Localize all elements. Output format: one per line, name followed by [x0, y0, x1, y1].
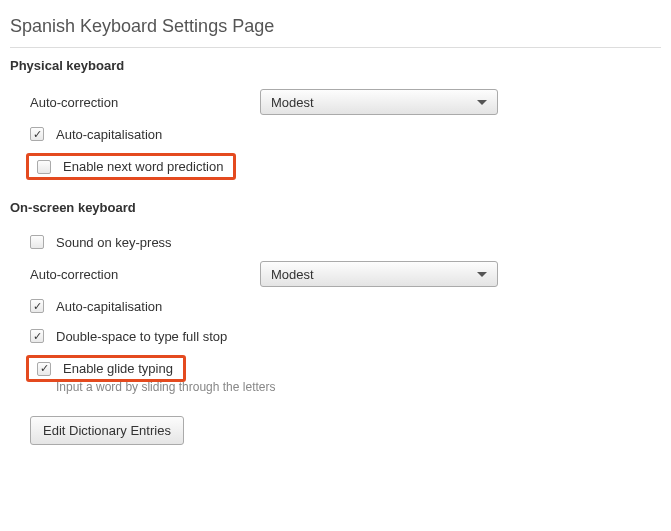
physical-auto-correction-select[interactable]: Modest [260, 89, 498, 115]
onscreen-sound-label: Sound on key-press [56, 235, 172, 250]
physical-auto-capitalisation-checkbox[interactable] [30, 127, 44, 141]
physical-next-word-checkbox[interactable] [37, 160, 51, 174]
onscreen-glide-highlight: Enable glide typing [26, 355, 186, 382]
onscreen-auto-capitalisation-checkbox[interactable] [30, 299, 44, 313]
edit-dictionary-button[interactable]: Edit Dictionary Entries [30, 416, 184, 445]
physical-next-word-highlight: Enable next word prediction [26, 153, 236, 180]
physical-auto-capitalisation-label: Auto-capitalisation [56, 127, 162, 142]
onscreen-sound-row: Sound on key-press [10, 229, 661, 255]
physical-auto-capitalisation-row: Auto-capitalisation [10, 121, 661, 147]
physical-next-word-label: Enable next word prediction [63, 159, 223, 174]
onscreen-glide-checkbox[interactable] [37, 362, 51, 376]
physical-section-title: Physical keyboard [10, 58, 661, 73]
onscreen-auto-capitalisation-label: Auto-capitalisation [56, 299, 162, 314]
onscreen-auto-correction-value: Modest [271, 267, 314, 282]
onscreen-double-space-row: Double-space to type full stop [10, 323, 661, 349]
onscreen-auto-correction-select[interactable]: Modest [260, 261, 498, 287]
onscreen-section-title: On-screen keyboard [10, 200, 661, 215]
onscreen-glide-hint: Input a word by sliding through the lett… [10, 380, 661, 394]
chevron-down-icon [477, 100, 487, 105]
onscreen-glide-label: Enable glide typing [63, 361, 173, 376]
chevron-down-icon [477, 272, 487, 277]
onscreen-keyboard-section: On-screen keyboard Sound on key-press Au… [10, 200, 661, 445]
physical-auto-correction-label: Auto-correction [30, 95, 260, 110]
physical-auto-correction-row: Auto-correction Modest [10, 87, 661, 117]
physical-keyboard-section: Physical keyboard Auto-correction Modest… [10, 58, 661, 180]
onscreen-sound-checkbox[interactable] [30, 235, 44, 249]
onscreen-auto-correction-label: Auto-correction [30, 267, 260, 282]
onscreen-auto-capitalisation-row: Auto-capitalisation [10, 293, 661, 319]
page-title: Spanish Keyboard Settings Page [10, 10, 661, 47]
onscreen-double-space-label: Double-space to type full stop [56, 329, 227, 344]
divider [10, 47, 661, 48]
onscreen-auto-correction-row: Auto-correction Modest [10, 259, 661, 289]
onscreen-double-space-checkbox[interactable] [30, 329, 44, 343]
physical-auto-correction-value: Modest [271, 95, 314, 110]
